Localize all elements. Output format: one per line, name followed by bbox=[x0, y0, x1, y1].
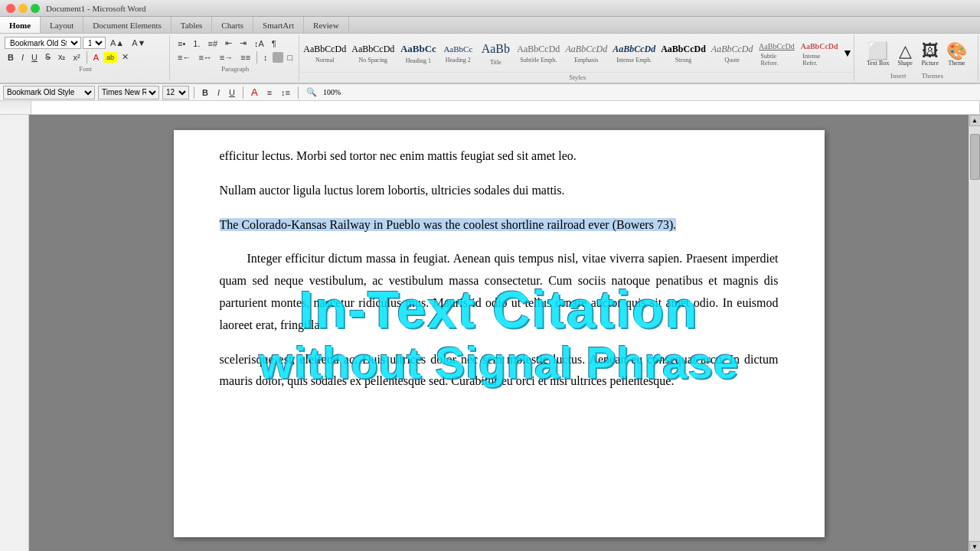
bullets-button[interactable]: ≡• bbox=[175, 37, 188, 50]
style-heading2[interactable]: AaBbCc Heading 2 bbox=[439, 35, 476, 72]
insert-group: ⬜ Text Box △ Shape 🖼 Picture 🎨 Theme Ins… bbox=[856, 35, 978, 81]
ruler bbox=[0, 101, 980, 115]
style-intense-ref[interactable]: AaBbCcDd Intense Refer. bbox=[798, 35, 841, 72]
subscript-button[interactable]: x₂ bbox=[55, 51, 69, 64]
underline-toolbar[interactable]: U bbox=[226, 86, 238, 99]
font-row-1: Bookmark Old Style Times New Roman Arial… bbox=[5, 37, 166, 49]
style-select-toolbar[interactable]: Bookmark Old Style bbox=[3, 86, 95, 99]
clear-format-button[interactable]: ✕ bbox=[119, 51, 132, 64]
sep2 bbox=[243, 86, 243, 99]
decrease-font-button[interactable]: A▼ bbox=[129, 37, 149, 49]
increase-font-button[interactable]: A▲ bbox=[107, 37, 127, 49]
italic-button[interactable]: I bbox=[18, 51, 27, 64]
tab-tables[interactable]: Tables bbox=[172, 17, 213, 33]
highlight-button[interactable]: ab bbox=[103, 52, 117, 63]
style-title[interactable]: AaBb Title bbox=[477, 35, 514, 72]
tab-smartart[interactable]: SmartArt bbox=[253, 17, 304, 33]
style-subtle-ref[interactable]: AaBbCcDd Subtle Refere. bbox=[756, 35, 798, 72]
underline-button[interactable]: U bbox=[28, 51, 41, 64]
font-group-label: Font bbox=[5, 65, 166, 73]
tab-review[interactable]: Review bbox=[304, 17, 349, 33]
size-select-toolbar[interactable]: 12 bbox=[162, 86, 189, 99]
font-select-toolbar[interactable]: Times New Roman bbox=[98, 86, 159, 99]
bold-toolbar[interactable]: B bbox=[199, 86, 211, 99]
align-left-toolbar[interactable]: ≡ bbox=[264, 86, 275, 99]
font-color-toolbar[interactable]: A bbox=[248, 85, 261, 99]
sep1 bbox=[194, 86, 194, 99]
scroll-down-arrow[interactable]: ▼ bbox=[969, 541, 981, 551]
theme-button[interactable]: 🎨 Theme bbox=[944, 42, 969, 67]
text-box-button[interactable]: ⬜ Text Box bbox=[864, 42, 891, 67]
numbering-button[interactable]: 1. bbox=[190, 37, 203, 50]
scroll-up-arrow[interactable]: ▲ bbox=[969, 115, 981, 126]
align-center-button[interactable]: ≡↔ bbox=[195, 51, 214, 64]
insert-group-labels: Insert Themes bbox=[890, 72, 943, 80]
align-right-button[interactable]: ≡→ bbox=[217, 51, 236, 64]
multilevel-button[interactable]: ≡# bbox=[204, 37, 220, 50]
zoom-button[interactable]: 🔍 bbox=[303, 86, 320, 99]
picture-label: Picture bbox=[921, 60, 939, 67]
font-color-button[interactable]: A bbox=[90, 51, 102, 64]
toolbar-row: Bookmark Old Style Times New Roman 12 B … bbox=[0, 84, 980, 101]
bold-button[interactable]: B bbox=[5, 51, 17, 64]
title-bar: Document1 - Microsoft Word bbox=[0, 0, 980, 17]
line-spacing-toolbar[interactable]: ↕≡ bbox=[278, 86, 293, 99]
justify-button[interactable]: ≡≡ bbox=[237, 51, 253, 64]
italic-toolbar[interactable]: I bbox=[214, 86, 223, 99]
style-heading1[interactable]: AaBbCc Heading 1 bbox=[397, 35, 439, 72]
theme-icon: 🎨 bbox=[946, 43, 967, 60]
right-scrollbar[interactable]: ▲ ▼ bbox=[969, 115, 980, 551]
window-controls bbox=[6, 4, 40, 13]
scroll-thumb[interactable] bbox=[970, 134, 980, 180]
selected-text: The Colorado-Kansas Railway in Pueblo wa… bbox=[220, 218, 677, 231]
sep3 bbox=[298, 86, 299, 99]
style-intense-emphasis[interactable]: AaBbCcDd Intense Emph. bbox=[610, 35, 658, 72]
paragraph-body-2: scelerisque est, eleifend ac. Duis ultri… bbox=[220, 349, 779, 393]
style-scroll-arrow[interactable]: ▼ bbox=[841, 35, 854, 72]
style-emphasis[interactable]: AaBbCcDd Emphasis bbox=[563, 35, 609, 72]
show-marks-button[interactable]: ¶ bbox=[269, 37, 279, 50]
minimize-button[interactable] bbox=[18, 4, 28, 13]
shading-button[interactable] bbox=[273, 52, 283, 63]
main-layout: efficitur lectus. Morbi sed tortor nec e… bbox=[0, 115, 980, 551]
text-box-label: Text Box bbox=[867, 60, 889, 67]
strikethrough-button[interactable]: S̶ bbox=[42, 51, 54, 64]
theme-label: Theme bbox=[948, 60, 965, 67]
borders-button[interactable]: □ bbox=[285, 51, 296, 64]
tab-home[interactable]: Home bbox=[0, 17, 41, 33]
styles-grid: AaBbCcDd Normal AaBbCcDd No Spacing AaBb… bbox=[301, 35, 854, 72]
style-normal[interactable]: AaBbCcDd Normal bbox=[301, 35, 348, 72]
picture-button[interactable]: 🖼 Picture bbox=[919, 42, 941, 67]
ribbon: Home Layout Document Elements Tables Cha… bbox=[0, 17, 980, 84]
paragraph-group: ≡• 1. ≡# ⇤ ⇥ ↕A ¶ ≡← ≡↔ ≡→ ≡≡ ↕ □ Paragr… bbox=[172, 35, 299, 81]
style-quote[interactable]: AaBbCcDd Quote bbox=[709, 35, 756, 72]
scroll-track[interactable] bbox=[970, 126, 980, 541]
decrease-indent-button[interactable]: ⇤ bbox=[222, 37, 235, 50]
shape-button[interactable]: △ Shape bbox=[894, 42, 916, 67]
separator bbox=[87, 51, 87, 64]
style-no-spacing[interactable]: AaBbCcDd No Spacing bbox=[349, 35, 397, 72]
style-strong[interactable]: AaBbCcDd Strong bbox=[658, 35, 707, 72]
close-button[interactable] bbox=[6, 4, 15, 13]
paragraph-selected: The Colorado-Kansas Railway in Pueblo wa… bbox=[220, 214, 779, 236]
line-spacing-button[interactable]: ↕ bbox=[260, 51, 271, 64]
align-left-button[interactable]: ≡← bbox=[175, 51, 194, 64]
tab-layout[interactable]: Layout bbox=[41, 17, 83, 33]
increase-indent-button[interactable]: ⇥ bbox=[237, 37, 250, 50]
maximize-button[interactable] bbox=[31, 4, 40, 13]
sort-button[interactable]: ↕A bbox=[251, 37, 267, 50]
font-name-dropdown[interactable]: Bookmark Old Style Times New Roman Arial bbox=[5, 37, 81, 49]
left-panel bbox=[0, 115, 29, 551]
document-area[interactable]: efficitur lectus. Morbi sed tortor nec e… bbox=[29, 115, 969, 551]
font-size-dropdown[interactable]: 12 10 14 16 bbox=[83, 37, 106, 49]
tab-document-elements[interactable]: Document Elements bbox=[83, 17, 172, 33]
picture-icon: 🖼 bbox=[922, 43, 939, 60]
paragraph-row-1: ≡• 1. ≡# ⇤ ⇥ ↕A ¶ bbox=[175, 37, 296, 50]
font-group: Bookmark Old Style Times New Roman Arial… bbox=[2, 35, 170, 81]
shape-icon: △ bbox=[899, 43, 912, 60]
superscript-button[interactable]: x² bbox=[70, 51, 83, 64]
page: efficitur lectus. Morbi sed tortor nec e… bbox=[174, 130, 825, 537]
ribbon-tabs: Home Layout Document Elements Tables Cha… bbox=[0, 17, 980, 34]
tab-charts[interactable]: Charts bbox=[212, 17, 253, 33]
style-subtitle[interactable]: AaBbCcDd Subtitle Emph. bbox=[514, 35, 562, 72]
